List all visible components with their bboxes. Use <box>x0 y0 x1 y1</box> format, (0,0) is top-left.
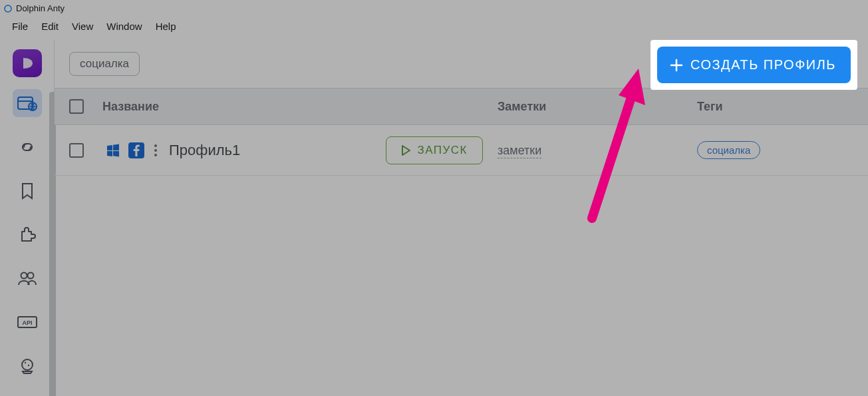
facebook-icon <box>128 142 144 158</box>
sidebar: API <box>0 40 55 396</box>
window-title: Dolphin Anty <box>16 3 65 13</box>
nav-support[interactable] <box>13 352 42 380</box>
crystal-ball-icon <box>19 357 36 375</box>
table-row: Профиль1 ЗАПУСК заметки социалка <box>55 125 868 176</box>
svg-text:API: API <box>22 319 32 326</box>
row-checkbox[interactable] <box>69 143 84 158</box>
select-all-checkbox[interactable] <box>69 99 84 114</box>
menu-help[interactable]: Help <box>149 18 183 35</box>
nav-proxies[interactable] <box>13 133 42 161</box>
menu-edit[interactable]: Edit <box>35 18 65 35</box>
nav-api[interactable]: API <box>13 308 42 336</box>
link-icon <box>18 140 37 154</box>
svg-point-10 <box>24 362 25 363</box>
users-icon <box>17 270 37 286</box>
menu-view[interactable]: View <box>65 18 100 35</box>
body: API социалка СОЗДАТЬ ПРОФИЛЬ <box>0 40 868 396</box>
nav-team[interactable] <box>13 264 42 292</box>
notes-field[interactable]: заметки <box>498 144 541 158</box>
profile-name[interactable]: Профиль1 <box>169 142 240 159</box>
nav-profiles[interactable] <box>13 89 42 117</box>
browser-globe-icon <box>17 95 37 111</box>
column-header-tags[interactable]: Теги <box>697 100 853 114</box>
create-profile-button[interactable]: СОЗДАТЬ ПРОФИЛЬ <box>657 47 851 83</box>
main: социалка СОЗДАТЬ ПРОФИЛЬ Название Заметк… <box>55 40 868 396</box>
nav-extensions[interactable] <box>13 221 42 249</box>
app-icon <box>4 5 12 13</box>
plus-icon <box>669 58 684 73</box>
app-logo[interactable] <box>13 49 42 77</box>
svg-point-0 <box>5 5 11 12</box>
nav-bookmarks[interactable] <box>13 177 42 205</box>
column-header-notes[interactable]: Заметки <box>498 100 697 114</box>
row-menu-kebab[interactable] <box>152 144 160 156</box>
run-button-label: ЗАПУСК <box>417 144 468 157</box>
table-header: Название Заметки Теги <box>55 88 868 125</box>
api-icon: API <box>17 314 38 330</box>
puzzle-icon <box>19 226 36 243</box>
play-icon <box>401 145 410 156</box>
create-profile-label: СОЗДАТЬ ПРОФИЛЬ <box>690 57 836 73</box>
menu-window[interactable]: Window <box>100 18 148 35</box>
filter-tag-chip[interactable]: социалка <box>69 52 140 76</box>
run-button[interactable]: ЗАПУСК <box>386 136 483 164</box>
menu-file[interactable]: File <box>5 18 35 35</box>
svg-point-5 <box>21 273 27 279</box>
column-header-name[interactable]: Название <box>98 100 498 114</box>
create-profile-highlight: СОЗДАТЬ ПРОФИЛЬ <box>651 40 857 90</box>
app-root: { "window": { "title": "Dolphin Anty" },… <box>0 0 868 396</box>
svg-point-9 <box>22 359 33 370</box>
windows-icon <box>105 142 121 158</box>
bookmark-icon <box>21 182 34 200</box>
svg-point-6 <box>27 273 33 279</box>
titlebar: Dolphin Anty <box>0 0 868 17</box>
menubar: File Edit View Window Help <box>0 17 868 35</box>
row-tag[interactable]: социалка <box>697 141 760 159</box>
svg-point-11 <box>27 365 29 366</box>
